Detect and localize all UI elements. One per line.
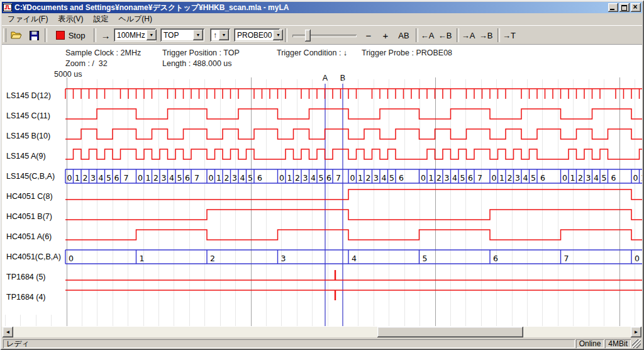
waveform-plot[interactable]: 0123456701234567012345601234567012345601… bbox=[2, 44, 642, 327]
resize-grip[interactable] bbox=[632, 339, 641, 348]
right-arrow-t-icon: →T bbox=[502, 31, 516, 40]
bus-value: 6 bbox=[185, 173, 190, 183]
toolbar-gripper[interactable] bbox=[3, 28, 6, 42]
run-arrow-icon: → bbox=[101, 30, 111, 41]
bus-value: 6 bbox=[257, 173, 262, 183]
right-arrow-a-icon: →A bbox=[462, 31, 475, 40]
save-button[interactable] bbox=[26, 28, 42, 42]
bus-value: 4 bbox=[452, 173, 457, 183]
bus-value: 1 bbox=[140, 254, 145, 263]
minimize-button[interactable] bbox=[608, 3, 618, 12]
trigger-edge-value: ↑ bbox=[210, 31, 218, 40]
channel-pulse-10 bbox=[65, 290, 642, 300]
bus-value: 5 bbox=[248, 173, 253, 183]
bus-value: 3 bbox=[445, 173, 450, 183]
stop-label: Stop bbox=[69, 31, 86, 40]
toolbar-separator bbox=[416, 28, 418, 42]
bus-value: 7 bbox=[124, 173, 129, 183]
maximize-button[interactable] bbox=[619, 3, 630, 12]
scroll-left-button[interactable]: ◄ bbox=[3, 327, 13, 337]
menu-settings[interactable]: 設定 bbox=[88, 13, 113, 26]
run-button[interactable]: → bbox=[96, 28, 115, 42]
bus-value: 2 bbox=[366, 173, 371, 183]
bus-value: 4 bbox=[169, 173, 174, 183]
menu-bar: ファイル(F) 表示(V) 設定 ヘルプ(H) bbox=[2, 13, 642, 25]
app-icon bbox=[3, 3, 12, 12]
menu-file[interactable]: ファイル(F) bbox=[3, 13, 53, 26]
bus-value: 1 bbox=[358, 173, 363, 183]
move-a-right-button[interactable]: →A bbox=[460, 28, 477, 42]
ab-label: AB bbox=[398, 31, 409, 40]
bus-value: 3 bbox=[232, 173, 237, 183]
sample-clock-value: 100MHz bbox=[114, 31, 145, 40]
save-floppy-icon bbox=[30, 31, 39, 40]
wave-path bbox=[65, 149, 642, 159]
bus-value: 6 bbox=[468, 173, 473, 183]
trigger-edge-combo[interactable]: ↑ ▼ bbox=[210, 28, 230, 42]
bus-value: 0 bbox=[492, 173, 497, 183]
toolbar-separator bbox=[45, 28, 47, 42]
bus-value: 5 bbox=[602, 173, 607, 183]
window-title: C:¥Documents and Settings¥noname¥デスクトップ¥… bbox=[14, 3, 607, 13]
bus-value: 1 bbox=[641, 173, 642, 183]
move-a-left-button[interactable]: ←A bbox=[419, 28, 436, 42]
goto-trigger-button[interactable]: →T bbox=[501, 28, 518, 42]
scroll-right-icon: ► bbox=[634, 329, 639, 335]
bus-value: 1 bbox=[429, 173, 434, 183]
bus-value: 0 bbox=[633, 173, 638, 183]
trigger-position-combo[interactable]: TOP ▼ bbox=[160, 28, 204, 42]
bus-value: 1 bbox=[499, 173, 504, 183]
sample-clock-combo[interactable]: 100MHz ▼ bbox=[114, 28, 156, 42]
chevron-down-icon[interactable]: ▼ bbox=[219, 30, 229, 40]
left-arrow-b-icon: ←B bbox=[438, 31, 452, 40]
status-message: レディ bbox=[3, 339, 575, 348]
bus-value: 6 bbox=[540, 173, 545, 183]
wave-path bbox=[65, 109, 642, 119]
bus-value: 6 bbox=[326, 173, 331, 183]
stop-square-icon bbox=[56, 31, 65, 40]
zoom-slider-track[interactable] bbox=[292, 35, 357, 37]
plus-icon: + bbox=[383, 30, 389, 41]
bus-value: 3 bbox=[586, 173, 591, 183]
open-file-button[interactable] bbox=[8, 28, 25, 42]
horizontal-scrollbar[interactable]: ◄ ► bbox=[2, 327, 642, 337]
trigger-probe-combo[interactable]: PROBE00 ▼ bbox=[234, 28, 280, 42]
bus-value: 4 bbox=[240, 173, 245, 183]
bus-value: 3 bbox=[281, 254, 286, 263]
move-b-left-button[interactable]: ←B bbox=[436, 28, 453, 42]
bus-value: 1 bbox=[146, 173, 151, 183]
status-bar: レディ Online 4MBit bbox=[2, 338, 642, 349]
menu-help[interactable]: ヘルプ(H) bbox=[113, 13, 157, 26]
bus-value: 3 bbox=[303, 173, 308, 183]
close-button[interactable] bbox=[631, 3, 641, 12]
bus-value: 0 bbox=[69, 254, 74, 263]
move-b-right-button[interactable]: →B bbox=[477, 28, 494, 42]
bus-value: 5 bbox=[106, 173, 111, 183]
bus-value: 0 bbox=[67, 173, 72, 183]
channel-wave-7 bbox=[65, 230, 642, 240]
chevron-down-icon[interactable]: ▼ bbox=[273, 30, 283, 40]
bus-value: 0 bbox=[279, 173, 284, 183]
zoom-ab-button[interactable]: AB bbox=[395, 28, 413, 42]
chevron-down-icon[interactable]: ▼ bbox=[147, 30, 157, 40]
channel-wave-3 bbox=[65, 149, 642, 159]
bus-value: 2 bbox=[83, 173, 88, 183]
chevron-down-icon[interactable]: ▼ bbox=[193, 30, 203, 40]
menu-view[interactable]: 表示(V) bbox=[53, 13, 88, 26]
zoom-in-button[interactable]: + bbox=[378, 28, 393, 42]
bus-value: 0 bbox=[350, 173, 355, 183]
wave-path bbox=[65, 189, 642, 200]
bus-value: 6 bbox=[399, 173, 404, 183]
bus-value: 4 bbox=[523, 173, 528, 183]
bus-value: 7 bbox=[564, 254, 569, 263]
bus-value: 5 bbox=[460, 173, 465, 183]
stop-button[interactable]: Stop bbox=[50, 28, 91, 42]
channel-pulse-9 bbox=[65, 270, 642, 280]
bus-value: 2 bbox=[436, 173, 441, 183]
bus-value: 3 bbox=[374, 173, 379, 183]
toolbar: Stop → 100MHz ▼ TOP ▼ ↑ ▼ PROBE00 ▼ − + … bbox=[2, 25, 642, 44]
scroll-right-button[interactable]: ► bbox=[631, 327, 641, 337]
zoom-out-button[interactable]: − bbox=[361, 28, 376, 42]
zoom-slider-handle[interactable] bbox=[305, 30, 311, 42]
scrollbar-thumb[interactable] bbox=[377, 327, 523, 337]
